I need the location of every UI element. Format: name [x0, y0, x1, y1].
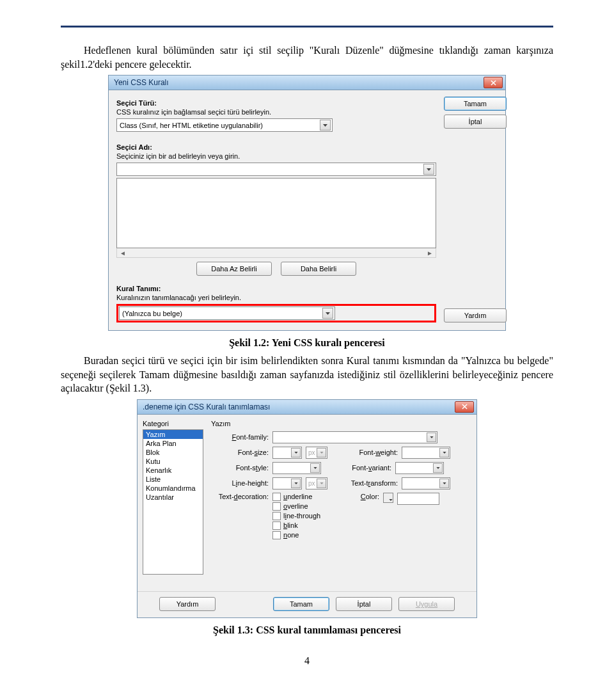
selector-description-textarea[interactable] — [116, 178, 436, 248]
help-button[interactable]: Yardım — [159, 597, 216, 611]
category-listbox[interactable]: Yazım Arka Plan Blok Kutu Kenarlık Liste… — [143, 429, 203, 575]
line-height-unit-combo[interactable]: px — [306, 477, 327, 489]
selector-name-label: Seçici Adı: — [116, 143, 436, 151]
chevron-down-icon — [291, 479, 301, 488]
paragraph-2: Buradan seçici türü ve seçici için bir i… — [61, 354, 553, 395]
font-weight-label: Font-weight: — [347, 449, 398, 456]
rule-def-desc: Kuralınızın tanımlanacağı yeri belirleyi… — [116, 294, 436, 301]
font-weight-combo[interactable] — [402, 447, 450, 459]
chevron-down-icon — [427, 433, 436, 442]
overline-label: overline — [283, 502, 308, 510]
chevron-down-icon — [423, 164, 434, 175]
font-family-label: Font-family: — [211, 433, 269, 441]
font-size-label: Font-size: — [211, 449, 269, 456]
chevron-down-icon — [433, 463, 443, 473]
figure-caption-2: Şekil 1.3: CSS kural tanımlaması pencere… — [61, 624, 553, 636]
titlebar: .deneme için CSS Kuralı tanımlaması — [138, 400, 476, 415]
font-variant-combo[interactable] — [395, 462, 444, 474]
line-height-label: Line-height: — [211, 479, 269, 487]
dialog-title: .deneme için CSS Kuralı tanımlaması — [143, 402, 455, 411]
css-rule-definition-dialog: .deneme için CSS Kuralı tanımlaması Kate… — [137, 399, 477, 618]
rule-def-combo[interactable]: (Yalnızca bu belge) — [119, 306, 335, 320]
new-css-rule-dialog: Yeni CSS Kuralı Seçici Türü: CSS kuralın… — [108, 75, 506, 331]
ok-button[interactable]: Tamam — [273, 597, 329, 611]
combo-value: Class (Sınıf, her HTML etiketine uygulan… — [120, 122, 320, 129]
list-item[interactable]: Yazım — [143, 430, 203, 439]
combo-value: (Yalnızca bu belge) — [122, 310, 322, 317]
page-number: 4 — [61, 655, 553, 667]
chevron-down-icon — [320, 120, 331, 131]
font-size-unit-combo[interactable]: px — [306, 447, 327, 459]
selector-name-combo[interactable] — [116, 163, 436, 176]
list-item[interactable]: Konumlandırma — [143, 484, 203, 493]
cancel-button[interactable]: İptal — [444, 115, 507, 129]
font-variant-label: Font-variant: — [340, 464, 391, 472]
none-label: none — [283, 531, 299, 539]
apply-button[interactable]: Uygula — [398, 597, 455, 611]
color-label: Color: — [354, 493, 379, 500]
scroll-left-icon[interactable]: ◄ — [120, 250, 126, 257]
cancel-button[interactable]: İptal — [336, 597, 392, 611]
chevron-down-icon — [439, 479, 449, 488]
paragraph-1: Hedeflenen kural bölümünden satır içi st… — [61, 44, 553, 71]
titlebar: Yeni CSS Kuralı — [109, 76, 505, 90]
list-item[interactable]: Uzantılar — [143, 493, 203, 502]
list-item[interactable]: Kenarlık — [143, 466, 203, 475]
text-transform-combo[interactable] — [402, 477, 450, 489]
chevron-down-icon — [310, 463, 320, 473]
rule-def-label: Kural Tanımı: — [116, 285, 436, 292]
page-top-border — [61, 26, 553, 28]
selector-name-desc: Seçiciniz için bir ad belirleyin veya gi… — [116, 152, 436, 160]
color-swatch-button[interactable] — [383, 493, 393, 503]
chevron-down-icon — [291, 448, 301, 457]
help-button[interactable]: Yardım — [444, 308, 507, 322]
close-icon[interactable] — [455, 401, 474, 413]
horizontal-scrollbar[interactable]: ◄ ► — [116, 248, 436, 258]
selector-type-combo[interactable]: Class (Sınıf, her HTML etiketine uygulan… — [116, 118, 333, 132]
highlighted-region: (Yalnızca bu belge) — [116, 304, 436, 322]
list-item[interactable]: Blok — [143, 448, 203, 457]
line-height-combo[interactable] — [272, 477, 302, 489]
overline-checkbox[interactable] — [272, 502, 281, 511]
text-decoration-label: Text-decoration: — [211, 493, 269, 500]
chevron-down-icon — [317, 448, 326, 457]
underline-checkbox[interactable] — [272, 493, 281, 501]
chevron-down-icon — [439, 448, 449, 457]
color-input[interactable] — [397, 493, 439, 505]
scroll-right-icon[interactable]: ► — [427, 250, 433, 257]
font-size-combo[interactable] — [272, 447, 302, 459]
less-specific-button[interactable]: Daha Az Belirli — [196, 262, 272, 276]
ok-button[interactable]: Tamam — [444, 97, 507, 111]
figure-caption-1: Şekil 1.2: Yeni CSS kuralı penceresi — [61, 337, 553, 349]
close-icon[interactable] — [484, 77, 503, 88]
selector-type-label: Seçici Türü: — [116, 99, 436, 107]
underline-label: underline — [283, 493, 312, 500]
line-through-label: line-through — [283, 512, 320, 520]
list-item[interactable]: Kutu — [143, 457, 203, 466]
font-family-combo[interactable] — [272, 431, 437, 443]
chevron-down-icon — [322, 308, 333, 319]
dialog-title: Yeni CSS Kuralı — [114, 78, 484, 87]
blink-checkbox[interactable] — [272, 521, 281, 530]
font-style-combo[interactable] — [272, 462, 321, 474]
category-header: Kategori — [143, 420, 203, 427]
more-specific-button[interactable]: Daha Belirli — [281, 262, 356, 276]
blink-label: blink — [283, 521, 298, 529]
list-item[interactable]: Liste — [143, 475, 203, 484]
list-item[interactable]: Arka Plan — [143, 439, 203, 448]
none-checkbox[interactable] — [272, 531, 281, 539]
chevron-down-icon — [317, 479, 326, 488]
line-through-checkbox[interactable] — [272, 512, 281, 520]
selector-type-desc: CSS kuralınız için bağlamsal seçici türü… — [116, 108, 436, 116]
text-transform-label: Text-transform: — [347, 479, 398, 487]
panel-header: Yazım — [211, 420, 471, 427]
font-style-label: Font-style: — [211, 464, 269, 472]
